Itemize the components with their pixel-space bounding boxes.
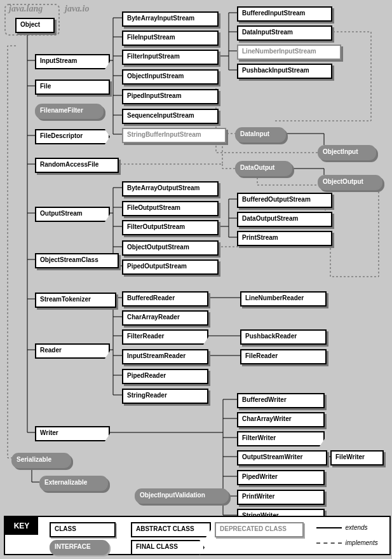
pipedoutputstream: PipedOutputStream [122,259,219,275]
writer: Writer [35,426,110,441]
printstream: PrintStream [237,231,332,246]
outputstream: OutputStream [35,207,110,222]
legend: KEY CLASS INTERFACE ABSTRACT CLASS FINAL… [4,516,391,555]
bufferedinputstream: BufferedInputStream [237,6,332,22]
outputstreamwriter: OutputStreamWriter [237,450,327,466]
externalizable: Externalizable [39,476,108,491]
legend-deprecated: DEPRECATED CLASS [215,522,304,537]
bufferedwriter: BufferedWriter [237,393,325,408]
pipedreader: PipedReader [122,369,208,384]
file: File [35,79,110,95]
pushbackreader: PushbackReader [240,329,327,345]
key-header: KEY [5,517,38,535]
bytearrayoutputstream: ByteArrayOutputStream [122,181,219,197]
fileoutputstream: FileOutputStream [122,201,219,216]
pipedinputstream: PipedInputStream [122,89,219,104]
chararraywriter: CharArrayWriter [237,412,325,427]
filteroutputstream: FilterOutputStream [122,220,219,235]
bytearrayinputstream: ByteArrayInputStream [122,11,219,27]
sequenceinputstream: SequenceInputStream [122,109,219,124]
stringreader: StringReader [122,389,208,404]
objectinputvalidation: ObjectInputValidation [135,488,229,504]
objectinputstream: ObjectInputStream [122,69,219,85]
dataoutputstream: DataOutputStream [237,212,332,227]
linenumberreader: LineNumberReader [240,291,327,307]
filereader: FileReader [240,349,327,364]
filterinputstream: FilterInputStream [122,50,219,65]
legend-interface: INTERFACE [50,540,109,555]
linenumberinputstream: LineNumberInputStream [237,45,341,60]
pushbackinputstream: PushbackInputStream [237,64,332,79]
legend-class: CLASS [50,522,116,537]
filterreader: FilterReader [122,329,208,345]
legend-final: FINAL CLASS [131,540,205,555]
filewriter: FileWriter [330,450,384,466]
inputstreamreader: InputStreamReader [122,349,208,364]
legend-abstract: ABSTRACT CLASS [131,522,211,537]
filenamefilter: FilenameFilter [35,104,104,119]
pipedwriter: PipedWriter [237,470,325,485]
objectstreamclass: ObjectStreamClass [35,253,119,268]
stringbufferinputstream: StringBufferInputStream [122,128,226,143]
object: Object [15,18,55,33]
inputstream: InputStream [35,54,110,69]
filterwriter: FilterWriter [237,431,325,446]
serializable: Serializable [11,453,71,468]
bufferedreader: BufferedReader [122,291,208,307]
objectoutput: ObjectOutput [318,175,382,190]
streamtokenizer: StreamTokenizer [35,293,116,308]
chararrayreader: CharArrayReader [122,310,208,326]
randomaccessfile: RandomAccessFile [35,158,119,173]
bufferedoutputstream: BufferedOutputStream [237,193,332,208]
legend-implements: implements [346,539,378,546]
fileinputstream: FileInputStream [122,31,219,46]
datainputstream: DataInputStream [237,25,332,41]
objectoutputstream: ObjectOutputStream [122,240,219,256]
pkg-java-lang: java.lang [9,4,43,14]
reader: Reader [35,343,110,359]
legend-extends: extends [346,524,368,531]
objectinput: ObjectInput [318,145,376,160]
printwriter: PrintWriter [237,490,325,505]
pkg-java-io: java.io [65,4,90,14]
dataoutput: DataOutput [235,161,292,176]
filedescriptor: FileDescriptor [35,129,110,144]
datainput: DataInput [235,127,286,142]
